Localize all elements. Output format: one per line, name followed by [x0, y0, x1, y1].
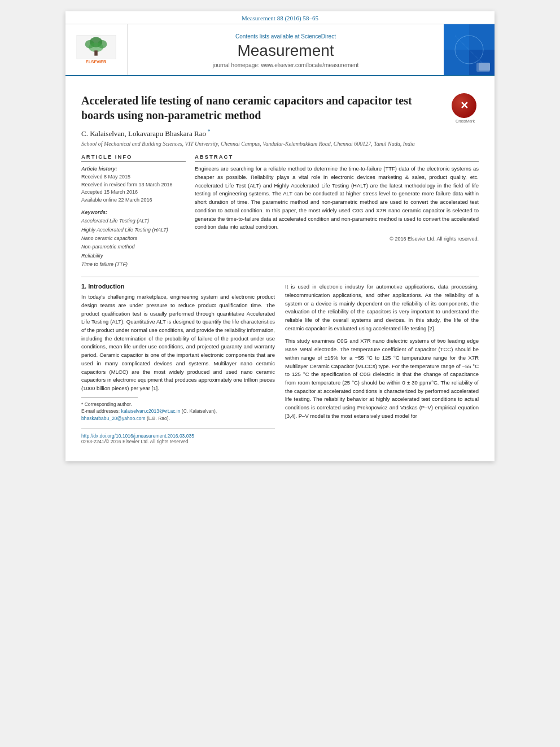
email1-name: (C. Kalaiselvan), [182, 408, 217, 414]
keyword-2: Highly Accelerated Life Testing (HALT) [81, 226, 186, 234]
intro-para3: This study examines C0G and X7R nano die… [285, 337, 479, 420]
body-section: 1. Introduction In today's challenging m… [81, 283, 479, 444]
copyright-notice: © 2016 Elsevier Ltd. All rights reserved… [195, 236, 479, 242]
intro-para2: It is used in electronic industry for au… [285, 283, 479, 333]
corresponding-mark: * [206, 128, 211, 134]
cover-svg [444, 24, 495, 75]
doi-bar: http://dx.doi.org/10.1016/j.measurement.… [81, 428, 275, 444]
intro-heading: 1. Introduction [81, 283, 275, 290]
crossmark-badge: CrossMark [452, 93, 479, 120]
journal-header: ELSEVIER Contents lists available at Sci… [65, 24, 495, 76]
abstract-heading: ABSTRACT [195, 154, 479, 161]
content-area: Accelerated life testing of nano ceramic… [65, 76, 495, 444]
affiliation: School of Mechanical and Building Scienc… [81, 141, 479, 147]
email1-link[interactable]: kalaiselvan.c2013@vit.ac.in [121, 408, 180, 414]
email2-name: (L.B. Rao). [147, 416, 170, 421]
elsevier-logo-container: ELSEVIER [65, 24, 128, 75]
authors: C. Kalaiselvan, Lokavarapu Bhaskara Rao … [81, 128, 479, 138]
article-info-col: ARTICLE INFO Article history: Received 8… [81, 154, 186, 269]
keyword-6: Time to failure (TTF) [81, 260, 186, 269]
body-col-right: It is used in electronic industry for au… [285, 283, 479, 444]
svg-rect-12 [476, 63, 490, 72]
svg-text:ELSEVIER: ELSEVIER [86, 59, 107, 64]
revised-date: Received in revised form 13 March 2016 [81, 181, 186, 189]
citation-text: Measurement 88 (2016) 58–65 [242, 15, 318, 21]
elsevier-logo-svg: ELSEVIER [72, 33, 120, 67]
journal-title: Measurement [133, 42, 438, 60]
doi-link[interactable]: http://dx.doi.org/10.1016/j.measurement.… [81, 433, 275, 439]
journal-cover-image [444, 24, 495, 75]
paper-title: Accelerated life testing of nano ceramic… [81, 93, 479, 123]
keywords-list: Accelerated Life Testing (ALT) Highly Ac… [81, 217, 186, 269]
body-col-left: 1. Introduction In today's challenging m… [81, 283, 275, 444]
svg-rect-5 [94, 50, 98, 55]
keywords-label: Keywords: [81, 209, 186, 215]
keyword-1: Accelerated Life Testing (ALT) [81, 217, 186, 225]
page: Measurement 88 (2016) 58–65 ELSEVIER Con… [65, 11, 495, 461]
keyword-4: Non-parametric method [81, 243, 186, 251]
abstract-col: ABSTRACT Engineers are searching for a r… [195, 154, 479, 269]
corresponding-label: * Corresponding author. [81, 401, 132, 407]
article-meta-section: ARTICLE INFO Article history: Received 8… [81, 154, 479, 269]
journal-center: Contents lists available at ScienceDirec… [128, 24, 444, 75]
email2-link[interactable]: bhaskarbabu_20@yahoo.com [81, 416, 146, 421]
abstract-text: Engineers are searching for a reliable m… [195, 165, 479, 231]
section-divider [81, 277, 479, 277]
footnote-divider [81, 397, 138, 398]
science-direct-link[interactable]: ScienceDirect [301, 33, 336, 40]
journal-homepage: journal homepage: www.elsevier.com/locat… [133, 62, 438, 68]
received-date: Received 8 May 2015 [81, 173, 186, 181]
corresponding-note: * Corresponding author. [81, 401, 275, 408]
article-info-heading: ARTICLE INFO [81, 154, 186, 161]
email-label: E-mail addresses: [81, 408, 120, 414]
keyword-3: Nano ceramic capacitors [81, 234, 186, 243]
intro-para1: In today's challenging marketplace, engi… [81, 293, 275, 393]
keyword-5: Reliability [81, 252, 186, 260]
accepted-date: Accepted 15 March 2016 [81, 189, 186, 196]
citation-bar: Measurement 88 (2016) 58–65 [65, 11, 495, 24]
contents-available: Contents lists available at ScienceDirec… [133, 33, 438, 40]
available-date: Available online 22 March 2016 [81, 196, 186, 204]
issn-text: 0263-2241/© 2016 Elsevier Ltd. All right… [81, 439, 275, 444]
email-footnote: E-mail addresses: kalaiselvan.c2013@vit.… [81, 408, 275, 422]
history-label: Article history: [81, 166, 186, 172]
